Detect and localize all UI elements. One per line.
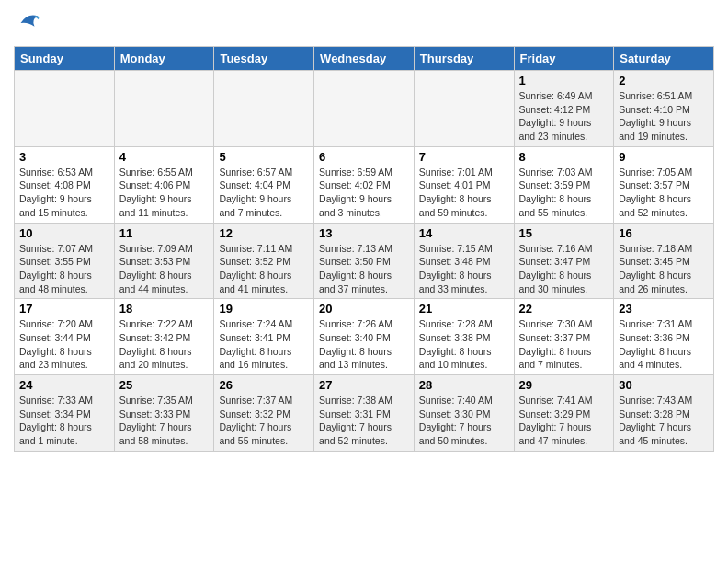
calendar-cell: 23Sunrise: 7:31 AM Sunset: 3:36 PM Dayli…: [614, 299, 714, 375]
calendar-cell: 21Sunrise: 7:28 AM Sunset: 3:38 PM Dayli…: [414, 299, 514, 375]
day-number: 26: [219, 378, 309, 392]
calendar-cell: 20Sunrise: 7:26 AM Sunset: 3:40 PM Dayli…: [314, 299, 415, 375]
calendar-week-2: 3Sunrise: 6:53 AM Sunset: 4:08 PM Daylig…: [15, 146, 714, 223]
day-number: 21: [419, 302, 509, 316]
day-number: 30: [619, 378, 709, 392]
day-number: 23: [619, 302, 709, 316]
calendar-cell: 18Sunrise: 7:22 AM Sunset: 3:42 PM Dayli…: [114, 299, 214, 375]
day-number: 27: [319, 378, 409, 392]
day-number: 13: [319, 226, 409, 240]
day-details: Sunrise: 7:38 AM Sunset: 3:31 PM Dayligh…: [319, 394, 409, 448]
col-monday: Monday: [114, 47, 214, 71]
calendar-cell: 12Sunrise: 7:11 AM Sunset: 3:52 PM Dayli…: [214, 223, 314, 299]
calendar-cell: 7Sunrise: 7:01 AM Sunset: 4:01 PM Daylig…: [414, 146, 514, 223]
calendar-cell: 28Sunrise: 7:40 AM Sunset: 3:30 PM Dayli…: [414, 375, 514, 452]
day-details: Sunrise: 7:35 AM Sunset: 3:33 PM Dayligh…: [119, 394, 210, 448]
day-number: 3: [19, 150, 109, 164]
col-wednesday: Wednesday: [314, 47, 415, 71]
day-number: 8: [519, 150, 609, 164]
day-number: 7: [419, 150, 509, 164]
day-details: Sunrise: 6:59 AM Sunset: 4:02 PM Dayligh…: [319, 166, 409, 220]
calendar-cell: 13Sunrise: 7:13 AM Sunset: 3:50 PM Dayli…: [314, 223, 415, 299]
day-number: 2: [619, 74, 709, 87]
day-details: Sunrise: 6:55 AM Sunset: 4:06 PM Dayligh…: [119, 166, 210, 220]
day-number: 5: [219, 150, 309, 164]
day-details: Sunrise: 7:01 AM Sunset: 4:01 PM Dayligh…: [419, 166, 509, 220]
calendar-cell: 3Sunrise: 6:53 AM Sunset: 4:08 PM Daylig…: [15, 146, 115, 223]
day-details: Sunrise: 7:26 AM Sunset: 3:40 PM Dayligh…: [319, 317, 409, 372]
col-friday: Friday: [514, 47, 614, 71]
calendar-cell: 8Sunrise: 7:03 AM Sunset: 3:59 PM Daylig…: [514, 146, 614, 223]
header: [14, 9, 714, 37]
day-number: 4: [119, 150, 210, 164]
day-number: 11: [119, 226, 210, 240]
day-details: Sunrise: 7:40 AM Sunset: 3:30 PM Dayligh…: [419, 394, 509, 448]
calendar-cell: 25Sunrise: 7:35 AM Sunset: 3:33 PM Dayli…: [114, 375, 214, 452]
day-number: 9: [619, 150, 709, 164]
calendar-cell: [114, 71, 214, 147]
logo-bird-icon: [14, 9, 41, 37]
page: Sunday Monday Tuesday Wednesday Thursday…: [0, 0, 728, 563]
calendar-cell: 11Sunrise: 7:09 AM Sunset: 3:53 PM Dayli…: [114, 223, 214, 299]
calendar-cell: 2Sunrise: 6:51 AM Sunset: 4:10 PM Daylig…: [614, 71, 714, 147]
day-number: 17: [19, 302, 109, 316]
day-number: 20: [319, 302, 409, 316]
calendar-cell: 10Sunrise: 7:07 AM Sunset: 3:55 PM Dayli…: [15, 223, 115, 299]
col-sunday: Sunday: [15, 47, 115, 71]
calendar-cell: [214, 71, 314, 147]
calendar-week-4: 17Sunrise: 7:20 AM Sunset: 3:44 PM Dayli…: [15, 299, 714, 375]
day-number: 19: [219, 302, 309, 316]
calendar-week-3: 10Sunrise: 7:07 AM Sunset: 3:55 PM Dayli…: [15, 223, 714, 299]
day-details: Sunrise: 7:11 AM Sunset: 3:52 PM Dayligh…: [219, 242, 309, 296]
day-details: Sunrise: 6:51 AM Sunset: 4:10 PM Dayligh…: [619, 89, 709, 144]
col-saturday: Saturday: [614, 47, 714, 71]
calendar-cell: 9Sunrise: 7:05 AM Sunset: 3:57 PM Daylig…: [614, 146, 714, 223]
day-details: Sunrise: 7:28 AM Sunset: 3:38 PM Dayligh…: [419, 317, 509, 372]
calendar-cell: 27Sunrise: 7:38 AM Sunset: 3:31 PM Dayli…: [314, 375, 415, 452]
day-details: Sunrise: 7:20 AM Sunset: 3:44 PM Dayligh…: [19, 317, 109, 372]
calendar-cell: 1Sunrise: 6:49 AM Sunset: 4:12 PM Daylig…: [514, 71, 614, 147]
day-details: Sunrise: 7:15 AM Sunset: 3:48 PM Dayligh…: [419, 242, 509, 296]
day-number: 12: [219, 226, 309, 240]
calendar-cell: 5Sunrise: 6:57 AM Sunset: 4:04 PM Daylig…: [214, 146, 314, 223]
calendar-cell: [314, 71, 415, 147]
calendar-cell: 17Sunrise: 7:20 AM Sunset: 3:44 PM Dayli…: [15, 299, 115, 375]
calendar-cell: 29Sunrise: 7:41 AM Sunset: 3:29 PM Dayli…: [514, 375, 614, 452]
day-details: Sunrise: 7:33 AM Sunset: 3:34 PM Dayligh…: [19, 394, 109, 448]
day-details: Sunrise: 7:41 AM Sunset: 3:29 PM Dayligh…: [519, 394, 609, 448]
day-number: 18: [119, 302, 210, 316]
day-details: Sunrise: 7:09 AM Sunset: 3:53 PM Dayligh…: [119, 242, 210, 296]
day-details: Sunrise: 7:05 AM Sunset: 3:57 PM Dayligh…: [619, 166, 709, 220]
day-number: 24: [19, 378, 109, 392]
day-details: Sunrise: 7:22 AM Sunset: 3:42 PM Dayligh…: [119, 317, 210, 372]
day-number: 6: [319, 150, 409, 164]
day-details: Sunrise: 6:57 AM Sunset: 4:04 PM Dayligh…: [219, 166, 309, 220]
calendar-cell: [15, 71, 115, 147]
calendar-cell: 22Sunrise: 7:30 AM Sunset: 3:37 PM Dayli…: [514, 299, 614, 375]
day-number: 1: [519, 74, 609, 87]
calendar-cell: 4Sunrise: 6:55 AM Sunset: 4:06 PM Daylig…: [114, 146, 214, 223]
day-number: 29: [519, 378, 609, 392]
col-thursday: Thursday: [414, 47, 514, 71]
day-details: Sunrise: 7:37 AM Sunset: 3:32 PM Dayligh…: [219, 394, 309, 448]
calendar-table: Sunday Monday Tuesday Wednesday Thursday…: [14, 46, 714, 452]
day-details: Sunrise: 7:24 AM Sunset: 3:41 PM Dayligh…: [219, 317, 309, 372]
day-details: Sunrise: 7:16 AM Sunset: 3:47 PM Dayligh…: [519, 242, 609, 296]
day-details: Sunrise: 7:30 AM Sunset: 3:37 PM Dayligh…: [519, 317, 609, 372]
calendar-cell: [414, 71, 514, 147]
calendar-cell: 24Sunrise: 7:33 AM Sunset: 3:34 PM Dayli…: [15, 375, 115, 452]
day-number: 10: [19, 226, 109, 240]
calendar-week-1: 1Sunrise: 6:49 AM Sunset: 4:12 PM Daylig…: [15, 71, 714, 147]
calendar-cell: 19Sunrise: 7:24 AM Sunset: 3:41 PM Dayli…: [214, 299, 314, 375]
day-number: 16: [619, 226, 709, 240]
calendar-week-5: 24Sunrise: 7:33 AM Sunset: 3:34 PM Dayli…: [15, 375, 714, 452]
calendar-cell: 30Sunrise: 7:43 AM Sunset: 3:28 PM Dayli…: [614, 375, 714, 452]
calendar-cell: 6Sunrise: 6:59 AM Sunset: 4:02 PM Daylig…: [314, 146, 415, 223]
day-details: Sunrise: 7:31 AM Sunset: 3:36 PM Dayligh…: [619, 317, 709, 372]
day-details: Sunrise: 7:43 AM Sunset: 3:28 PM Dayligh…: [619, 394, 709, 448]
day-number: 15: [519, 226, 609, 240]
day-details: Sunrise: 6:49 AM Sunset: 4:12 PM Dayligh…: [519, 89, 609, 144]
day-number: 22: [519, 302, 609, 316]
day-details: Sunrise: 6:53 AM Sunset: 4:08 PM Dayligh…: [19, 166, 109, 220]
calendar-cell: 16Sunrise: 7:18 AM Sunset: 3:45 PM Dayli…: [614, 223, 714, 299]
